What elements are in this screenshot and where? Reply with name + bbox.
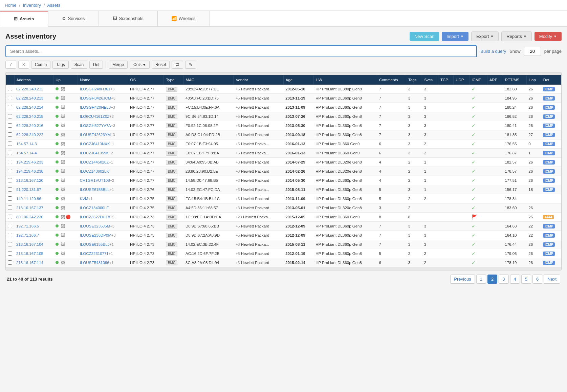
cell-name[interactable]: ILOUSE236DP0M+3 (78, 231, 128, 240)
build-query-link[interactable]: Build a query (480, 49, 506, 54)
cell-checkbox[interactable] (6, 149, 14, 158)
modify-button[interactable]: Modify (535, 32, 562, 41)
tab-wireless[interactable]: 📶 Wireless (157, 11, 210, 26)
cell-checkbox[interactable] (6, 121, 14, 130)
page-6-button[interactable]: 6 (532, 275, 542, 284)
col-type[interactable]: Type (164, 75, 183, 85)
page-4-button[interactable]: 4 (510, 275, 520, 284)
cell-checkbox[interactable] (6, 222, 14, 231)
cols-button[interactable]: Cols (130, 61, 150, 69)
page-1-button[interactable]: 1 (476, 275, 486, 284)
tab-services[interactable]: ⚙ Services (48, 11, 99, 26)
cell-checkbox[interactable] (6, 185, 14, 194)
scroll-top[interactable] (6, 72, 561, 75)
scroll-bottom[interactable] (6, 267, 561, 270)
cell-name[interactable]: CH1GR1VUT108+2 (78, 176, 128, 185)
new-scan-button[interactable]: New Scan (410, 32, 439, 41)
col-comments[interactable]: Comments (377, 75, 406, 85)
cell-name[interactable]: ILOCZ22310771+1 (78, 249, 128, 258)
screenshot-icon[interactable]: 🖼 (61, 242, 65, 247)
comm-button[interactable]: Comm (31, 61, 50, 69)
cell-address[interactable]: 192.71.166.7 (14, 231, 53, 240)
del-button[interactable]: Del (89, 61, 103, 69)
col-hw[interactable]: HW (313, 75, 377, 85)
screenshot-icon[interactable]: 🖼 (61, 187, 65, 192)
col-rtt[interactable]: RTT/MS (503, 75, 526, 85)
screenshot-icon[interactable]: 🖼 (61, 114, 65, 119)
prev-button[interactable]: Previous (450, 275, 475, 284)
col-up[interactable]: Up (53, 75, 78, 85)
edit-button[interactable]: ✎ (185, 61, 196, 69)
screenshot-icon[interactable]: 🖼 (61, 251, 65, 256)
cell-address[interactable]: 62.228.240.213 (14, 94, 53, 103)
cell-address[interactable]: 149.11.120.86 (14, 194, 53, 203)
cell-checkbox[interactable] (6, 258, 14, 267)
cell-checkbox[interactable] (6, 249, 14, 258)
cell-name[interactable]: ILOCZJ6410NXK+1 (78, 139, 128, 149)
cell-checkbox[interactable] (6, 194, 14, 203)
cell-address[interactable]: 62.228.240.214 (14, 103, 53, 112)
reset-button[interactable]: Reset (152, 61, 170, 69)
cell-name[interactable]: ILOCZ3627DHT8+5 (78, 213, 128, 222)
cell-address[interactable]: 62.228.240.215 (14, 112, 53, 121)
screenshot-icon[interactable]: 🖼 (61, 141, 65, 146)
col-tcp[interactable]: TCP (438, 75, 453, 85)
cell-checkbox[interactable] (6, 94, 14, 103)
cell-checkbox[interactable] (6, 112, 14, 121)
cell-address[interactable]: 62.228.240.222 (14, 130, 53, 139)
col-name[interactable]: Name (78, 75, 128, 85)
cell-address[interactable]: 154.57.14.3 (14, 139, 53, 149)
cell-name[interactable]: ILOSGH327YV7A+3 (78, 121, 128, 130)
cell-name[interactable]: ILOCZ134000LF (78, 203, 128, 213)
screenshot-icon[interactable]: 🖼 (61, 123, 65, 128)
cell-name[interactable]: ILOCZJ641059K+2 (78, 149, 128, 158)
screenshot-icon[interactable]: 🖼 (61, 205, 65, 210)
next-button[interactable]: Next (544, 275, 560, 284)
breadcrumb-assets[interactable]: Assets (47, 3, 60, 8)
cell-checkbox[interactable] (6, 176, 14, 185)
screenshot-icon[interactable]: 🖼 (61, 151, 65, 155)
cell-address[interactable]: 213.16.167.105 (14, 249, 53, 258)
link-button[interactable]: ⛓ (172, 61, 183, 69)
col-tags[interactable]: Tags (406, 75, 422, 85)
cell-name[interactable]: ILOCZ1445020Z+1 (78, 158, 128, 167)
cell-address[interactable]: 194.219.46.233 (14, 158, 53, 167)
show-count-input[interactable] (524, 47, 541, 56)
page-3-button[interactable]: 3 (499, 275, 508, 284)
col-os[interactable]: OS (128, 75, 164, 85)
tab-assets[interactable]: ⊞ Assets (0, 11, 48, 27)
screenshot-icon[interactable]: 🖼 (61, 87, 65, 91)
cell-name[interactable]: ILOUSE6155BLJ+1 (78, 240, 128, 249)
screenshot-icon[interactable]: 🖼 (61, 215, 65, 219)
col-arp[interactable]: ARP (487, 75, 503, 85)
screenshot-icon[interactable]: 🖼 (61, 105, 65, 110)
col-address[interactable]: Address (14, 75, 53, 85)
cell-checkbox[interactable] (6, 130, 14, 139)
cell-address[interactable]: 213.16.167.120 (14, 176, 53, 185)
scan-button[interactable]: Scan (71, 61, 87, 69)
cell-checkbox[interactable] (6, 231, 14, 240)
cell-address[interactable]: 91.220.131.67 (14, 185, 53, 194)
screenshot-icon[interactable]: 🖼 (61, 169, 65, 174)
cell-checkbox[interactable] (6, 139, 14, 149)
breadcrumb-inventory[interactable]: Inventory (23, 3, 41, 8)
cell-address[interactable]: 80.106.242.230 (14, 213, 53, 222)
col-udp[interactable]: UDP (454, 75, 470, 85)
col-age[interactable]: Age (283, 75, 313, 85)
cell-address[interactable]: 213.16.167.104 (14, 240, 53, 249)
export-button[interactable]: Export (471, 31, 499, 41)
check-all-button[interactable]: ✓ (5, 61, 16, 69)
page-5-button[interactable]: 5 (521, 275, 531, 284)
cell-checkbox[interactable] (6, 240, 14, 249)
reports-button[interactable]: Reports (501, 31, 531, 41)
page-2-button[interactable]: 2 (487, 275, 497, 284)
cell-name[interactable]: ILOUSE3235J5M+3 (78, 222, 128, 231)
cell-checkbox[interactable] (6, 203, 14, 213)
screenshot-icon[interactable]: 🖼 (61, 196, 65, 201)
cell-checkbox[interactable] (6, 85, 14, 94)
col-det[interactable]: Det (541, 75, 561, 85)
screenshot-icon[interactable]: 🖼 (61, 224, 65, 228)
col-icmp[interactable]: ICMP (470, 75, 487, 85)
col-vendor[interactable]: Vendor (234, 75, 283, 85)
search-input[interactable] (5, 45, 477, 57)
